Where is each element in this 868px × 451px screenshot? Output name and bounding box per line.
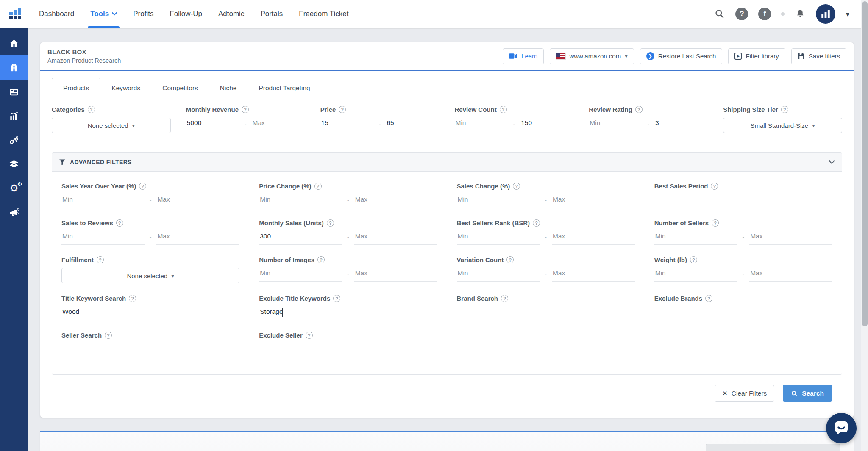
help-icon[interactable]: ? [339,106,346,113]
help-icon[interactable]: ? [139,183,146,190]
help-icon[interactable]: ? [711,183,718,190]
help-icon[interactable]: ? [317,256,325,263]
sidebar-item-settings[interactable]: ⚙⚙ [0,176,28,200]
clear-filters-button[interactable]: ✕ Clear Filters [715,385,774,402]
seller-search-input[interactable] [61,349,239,362]
help-icon[interactable]: ? [506,256,514,263]
sidebar-item-keywords[interactable] [0,128,28,152]
learn-button[interactable]: Learn [503,48,544,64]
vertical-scrollbar[interactable] [861,0,868,451]
weight-min-input[interactable] [654,268,737,282]
variation-count-max-input[interactable] [552,268,635,282]
help-icon[interactable]: ? [242,106,249,113]
tab-products[interactable]: Products [52,78,100,98]
review-count-max-input[interactable] [520,118,573,131]
search-button[interactable]: Search [783,385,832,402]
helium10-logo[interactable] [8,7,22,21]
help-icon[interactable]: ? [635,106,643,113]
nav-item-tools[interactable]: Tools [90,0,117,28]
help-icon[interactable]: ? [314,183,322,190]
tab-keywords[interactable]: Keywords [100,78,151,98]
review-rating-min-input[interactable] [589,118,642,131]
scrollbar-thumb[interactable] [862,1,868,326]
help-icon[interactable]: ? [705,295,712,302]
sidebar-item-analytics[interactable] [0,104,28,128]
help-icon[interactable]: ? [129,295,136,302]
exclude-seller-input[interactable] [259,349,437,362]
sort-select[interactable]: Default [706,444,840,451]
tab-product-targeting[interactable]: Product Targeting [248,78,321,98]
facebook-icon[interactable]: f [758,8,771,20]
variation-count-min-input[interactable] [457,268,540,282]
help-icon[interactable]: ? [97,256,104,263]
number-of-sellers-max-input[interactable] [749,231,832,245]
nav-item-profits[interactable]: Profits [133,0,153,28]
help-icon[interactable]: ? [533,219,540,227]
categories-select[interactable]: None selected▾ [52,118,171,133]
bsr-min-input[interactable] [457,231,540,245]
number-of-sellers-min-input[interactable] [654,231,737,245]
marketplace-select[interactable]: www.amazon.com ▾ [550,48,634,64]
help-icon[interactable]: ? [501,295,508,302]
search-icon[interactable] [714,8,725,19]
notifications-bell-icon[interactable] [795,8,806,19]
sidebar-item-learning[interactable] [0,152,28,176]
sidebar-item-black-box[interactable] [0,55,28,80]
sales-change-min-input[interactable] [457,194,540,208]
save-filters-button[interactable]: Save filters [791,48,846,64]
sidebar-item-home[interactable] [0,31,28,55]
monthly-sales-min-input[interactable] [259,231,342,245]
help-icon[interactable]: ? [690,256,697,263]
nav-item-freedom-ticket[interactable]: Freedom Ticket [299,0,348,28]
advanced-filters-header[interactable]: ADVANCED FILTERS [52,153,842,172]
monthly-revenue-min-input[interactable] [186,118,239,131]
monthly-sales-max-input[interactable] [354,231,437,245]
tab-competitors[interactable]: Competitors [151,78,209,98]
help-icon[interactable]: ? [513,183,520,190]
weight-max-input[interactable] [749,268,832,282]
title-keyword-search-input[interactable] [61,307,239,320]
price-max-input[interactable] [386,118,439,131]
account-avatar[interactable] [816,4,835,24]
help-icon[interactable]: ? [735,8,748,20]
bsr-max-input[interactable] [552,231,635,245]
review-rating-max-input[interactable] [654,118,708,131]
review-count-min-input[interactable] [455,118,508,131]
number-of-images-min-input[interactable] [259,268,342,282]
nav-item-portals[interactable]: Portals [260,0,283,28]
sales-to-reviews-max-input[interactable] [156,231,239,245]
restore-last-search-button[interactable]: ❯ Restore Last Search [640,48,723,64]
brand-search-input[interactable] [457,307,635,320]
chat-widget-button[interactable] [826,413,857,443]
sales-yoy-min-input[interactable] [61,194,145,208]
price-change-min-input[interactable] [259,194,342,208]
price-change-max-input[interactable] [354,194,437,208]
number-of-images-max-input[interactable] [354,268,437,282]
help-icon[interactable]: ? [88,106,95,113]
help-icon[interactable]: ? [781,106,788,113]
shipping-size-tier-select[interactable]: Small Standard-Size▾ [723,118,842,133]
filter-library-button[interactable]: ▶ Filter library [728,48,785,64]
sales-change-max-input[interactable] [552,194,635,208]
help-icon[interactable]: ? [333,295,340,302]
help-icon[interactable]: ? [116,219,123,227]
nav-item-adtomic[interactable]: Adtomic [218,0,244,28]
help-icon[interactable]: ? [306,332,313,339]
nav-item-dashboard[interactable]: Dashboard [39,0,74,28]
sales-to-reviews-min-input[interactable] [61,231,145,245]
exclude-brands-input[interactable] [654,307,832,320]
fulfillment-select[interactable]: None selected▾ [61,268,239,283]
sidebar-item-listings[interactable] [0,80,28,104]
help-icon[interactable]: ? [327,219,334,227]
price-min-input[interactable] [320,118,374,131]
best-sales-period-input[interactable] [654,194,832,208]
tab-niche[interactable]: Niche [209,78,248,98]
nav-item-follow-up[interactable]: Follow-Up [170,0,202,28]
account-menu-chevron-icon[interactable]: ▾ [846,11,849,18]
collapse-chevron-icon[interactable] [829,160,835,164]
help-icon[interactable]: ? [105,332,112,339]
help-icon[interactable]: ? [500,106,507,113]
monthly-revenue-max-input[interactable] [252,118,305,131]
sidebar-item-marketing[interactable] [0,200,28,224]
help-icon[interactable]: ? [712,219,719,227]
